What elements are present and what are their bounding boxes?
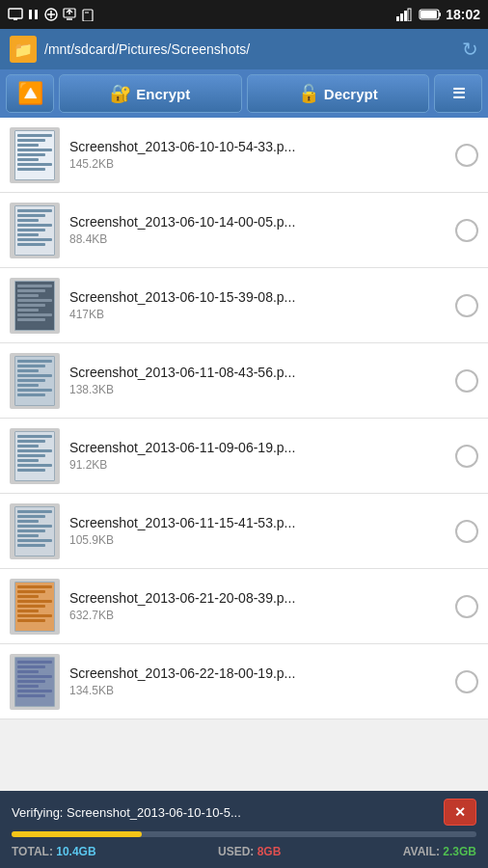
encrypt-icon: 🔐 (110, 83, 131, 104)
cancel-icon: ✕ (454, 804, 466, 820)
svg-rect-2 (29, 10, 32, 19)
file-checkbox[interactable] (455, 219, 478, 242)
file-checkbox[interactable] (455, 294, 478, 317)
file-checkbox[interactable] (455, 369, 478, 393)
status-bar: 18:02 (0, 0, 488, 29)
svg-rect-15 (408, 9, 411, 21)
file-size: 417KB (69, 308, 447, 321)
list-item[interactable]: Screenshot_2013-06-22-18-00-19.p... 134.… (0, 644, 488, 719)
path-text: /mnt/sdcard/Pictures/Screenshots/ (44, 41, 454, 57)
menu-button[interactable]: ☰ (434, 74, 482, 113)
svg-rect-0 (9, 9, 22, 18)
menu-icon: ☰ (452, 85, 465, 102)
svg-rect-13 (400, 14, 403, 21)
cancel-button[interactable]: ✕ (444, 799, 476, 826)
svg-rect-10 (83, 10, 93, 21)
used-value: 8GB (258, 845, 282, 858)
file-checkbox[interactable] (455, 670, 478, 693)
file-name: Screenshot_2013-06-10-15-39-08.p... (69, 289, 447, 305)
avail-storage: AVAIL: 2.3GB (403, 845, 476, 858)
pause-icon (28, 8, 40, 21)
file-checkbox[interactable] (455, 445, 478, 468)
list-item[interactable]: Screenshot_2013-06-10-14-00-05.p... 88.4… (0, 193, 488, 268)
list-item[interactable]: Screenshot_2013-06-11-08-43-56.p... 138.… (0, 343, 488, 419)
file-thumbnail (10, 428, 60, 484)
svg-rect-17 (439, 13, 441, 16)
toolbar: 🔼 🔐 Encrypt 🔓 Decrypt ☰ (0, 69, 488, 118)
file-info: Screenshot_2013-06-11-15-41-53.p... 105.… (69, 515, 447, 547)
list-item[interactable]: Screenshot_2013-06-11-09-06-19.p... 91.2… (0, 419, 488, 494)
file-checkbox[interactable] (455, 520, 478, 543)
file-info: Screenshot_2013-06-11-08-43-56.p... 138.… (69, 365, 447, 396)
file-size: 138.3KB (69, 383, 447, 396)
file-thumbnail (10, 503, 60, 559)
file-thumbnail (10, 203, 60, 258)
file-size: 145.2KB (69, 157, 447, 171)
file-name: Screenshot_2013-06-11-09-06-19.p... (69, 440, 447, 455)
list-item[interactable]: Screenshot_2013-06-10-15-39-08.p... 417K… (0, 268, 488, 343)
file-name: Screenshot_2013-06-11-08-43-56.p... (69, 365, 447, 380)
svg-rect-1 (14, 18, 17, 20)
screen-icon (8, 8, 23, 21)
file-info: Screenshot_2013-06-22-18-00-19.p... 134.… (69, 665, 447, 697)
bottom-bar: Verifying: Screenshot_2013-06-10-10-5...… (0, 791, 488, 868)
decrypt-icon: 🔓 (298, 83, 319, 104)
file-info: Screenshot_2013-06-10-15-39-08.p... 417K… (69, 289, 447, 321)
folder-up-button[interactable]: 🔼 (6, 74, 54, 113)
battery-icon (419, 8, 442, 21)
status-right: 18:02 (395, 7, 480, 22)
file-size: 91.2KB (69, 458, 447, 472)
upload-icon (63, 8, 76, 21)
decrypt-label: Decrypt (324, 86, 378, 102)
file-info: Screenshot_2013-06-10-14-00-05.p... 88.4… (69, 214, 447, 246)
storage-row: TOTAL: 10.4GB USED: 8GB AVAIL: 2.3GB (12, 845, 476, 858)
encrypt-label: Encrypt (136, 86, 190, 102)
file-info: Screenshot_2013-06-10-10-54-33.p... 145.… (69, 139, 447, 171)
file-thumbnail (10, 278, 60, 334)
file-name: Screenshot_2013-06-10-14-00-05.p... (69, 214, 447, 230)
total-storage: TOTAL: 10.4GB (12, 845, 96, 858)
file-thumbnail (10, 127, 60, 183)
file-size: 105.9KB (69, 533, 447, 547)
file-info: Screenshot_2013-06-11-09-06-19.p... 91.2… (69, 440, 447, 472)
file-size: 632.7KB (69, 609, 447, 622)
file-name: Screenshot_2013-06-21-20-08-39.p... (69, 590, 447, 606)
list-item[interactable]: Screenshot_2013-06-10-10-54-33.p... 145.… (0, 118, 488, 193)
svg-rect-18 (420, 11, 437, 18)
folder-up-icon: 🔼 (17, 81, 43, 106)
list-item[interactable]: Screenshot_2013-06-21-20-08-39.p... 632.… (0, 569, 488, 644)
list-item[interactable]: Screenshot_2013-06-11-15-41-53.p... 105.… (0, 494, 488, 569)
svg-rect-12 (396, 16, 399, 21)
total-value: 10.4GB (56, 845, 95, 858)
time-display: 18:02 (446, 7, 480, 22)
file-list: Screenshot_2013-06-10-10-54-33.p... 145.… (0, 118, 488, 791)
file-checkbox[interactable] (455, 144, 478, 167)
verifying-text: Verifying: Screenshot_2013-06-10-10-5... (12, 805, 436, 820)
avail-value: 2.3GB (443, 845, 476, 858)
refresh-icon[interactable]: ↻ (462, 38, 478, 61)
progress-bar-container (12, 831, 476, 837)
add-icon (44, 8, 58, 21)
file-checkbox[interactable] (455, 595, 478, 618)
progress-bar-fill (12, 831, 142, 837)
file-info: Screenshot_2013-06-21-20-08-39.p... 632.… (69, 590, 447, 622)
file-name: Screenshot_2013-06-11-15-41-53.p... (69, 515, 447, 530)
path-folder-icon: 📁 (10, 36, 37, 63)
svg-rect-3 (35, 10, 38, 19)
signal-icon (395, 8, 415, 21)
encrypt-button[interactable]: 🔐 Encrypt (59, 74, 242, 113)
decrypt-button[interactable]: 🔓 Decrypt (247, 74, 430, 113)
file-name: Screenshot_2013-06-22-18-00-19.p... (69, 665, 447, 681)
path-bar: 📁 /mnt/sdcard/Pictures/Screenshots/ ↻ (0, 29, 488, 69)
status-icons (8, 8, 95, 21)
file-thumbnail (10, 353, 60, 409)
svg-rect-14 (404, 11, 407, 21)
verifying-row: Verifying: Screenshot_2013-06-10-10-5...… (12, 799, 476, 826)
file-thumbnail (10, 579, 60, 635)
sd-icon (81, 8, 95, 21)
file-name: Screenshot_2013-06-10-10-54-33.p... (69, 139, 447, 154)
file-thumbnail (10, 654, 60, 710)
file-size: 134.5KB (69, 684, 447, 697)
file-size: 88.4KB (69, 232, 447, 246)
used-storage: USED: 8GB (218, 845, 281, 858)
